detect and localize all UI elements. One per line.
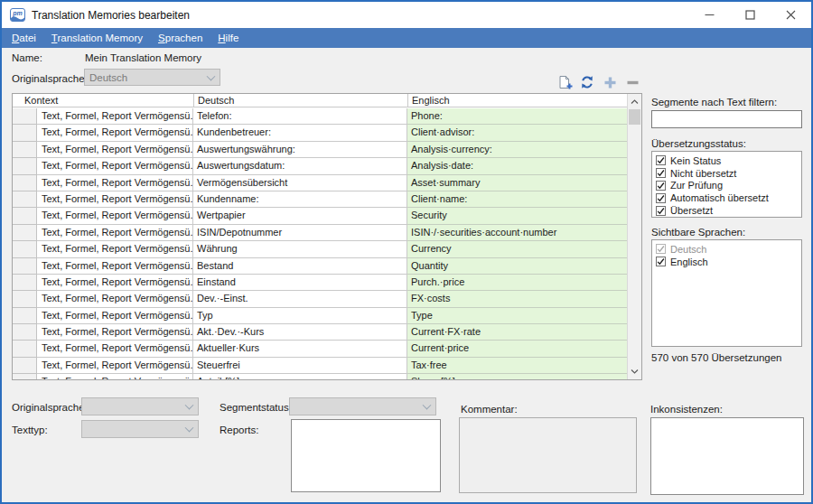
- row-selector[interactable]: [13, 308, 37, 324]
- context-cell[interactable]: Text, Formel, Report Vermögensü...: [37, 358, 193, 374]
- vertical-scrollbar[interactable]: [627, 94, 641, 379]
- table-row[interactable]: Text, Formel, Report Vermögensü... Dev.·…: [13, 291, 627, 307]
- context-cell[interactable]: Text, Formel, Report Vermögensü...: [37, 324, 193, 341]
- checkbox-icon[interactable]: [656, 155, 666, 165]
- menu-item[interactable]: Hilfe: [218, 28, 238, 48]
- target-cell[interactable]: Purch.·price: [407, 275, 627, 291]
- context-cell[interactable]: Text, Formel, Report Vermögensü...: [37, 108, 193, 125]
- source-language-dropdown[interactable]: Deutsch: [84, 69, 220, 86]
- row-selector[interactable]: [13, 258, 37, 275]
- target-cell[interactable]: Currency: [407, 241, 627, 257]
- source-cell[interactable]: Vermögensübersicht: [193, 175, 407, 191]
- comment-textarea[interactable]: [459, 417, 637, 493]
- source-cell[interactable]: Anteil·[%]: [193, 374, 407, 379]
- table-row[interactable]: Text, Formel, Report Vermögensü... Kunde…: [13, 125, 627, 141]
- table-row[interactable]: Text, Formel, Report Vermögensü... Auswe…: [13, 142, 627, 158]
- source-cell[interactable]: Dev.·-Einst.: [193, 291, 407, 307]
- table-row[interactable]: Text, Formel, Report Vermögensü... Aktue…: [13, 341, 627, 357]
- checkbox-icon[interactable]: [656, 168, 666, 178]
- source-cell[interactable]: Auswertungsdatum:: [193, 158, 407, 174]
- reports-textarea[interactable]: [291, 419, 441, 492]
- row-selector[interactable]: [13, 158, 37, 174]
- target-cell[interactable]: Type: [407, 308, 627, 324]
- target-cell[interactable]: Tax·free: [407, 358, 627, 374]
- row-selector[interactable]: [13, 275, 37, 291]
- target-cell[interactable]: Current·FX·rate: [407, 324, 627, 341]
- source-cell[interactable]: Akt.·Dev.·-Kurs: [193, 324, 407, 341]
- row-selector[interactable]: [13, 358, 37, 374]
- row-selector[interactable]: [13, 208, 37, 224]
- checkbox-icon[interactable]: [656, 181, 666, 191]
- target-cell[interactable]: Client·name:: [407, 191, 627, 208]
- table-row[interactable]: Text, Formel, Report Vermögensü... Telef…: [13, 108, 627, 125]
- table-row[interactable]: Text, Formel, Report Vermögensü... Auswe…: [13, 158, 627, 174]
- text-type-dropdown[interactable]: [81, 420, 199, 438]
- source-cell[interactable]: Kundenname:: [193, 191, 407, 208]
- context-cell[interactable]: Text, Formel, Report Vermögensü...: [37, 291, 193, 307]
- context-cell[interactable]: Text, Formel, Report Vermögensü...: [37, 125, 193, 141]
- target-cell[interactable]: Asset·summary: [407, 175, 627, 191]
- column-header-deutsch[interactable]: Deutsch: [193, 94, 407, 107]
- menu-item[interactable]: Sprachen: [158, 28, 202, 48]
- row-selector[interactable]: [13, 191, 37, 208]
- source-cell[interactable]: Aktueller·Kurs: [193, 341, 407, 357]
- add-document-icon[interactable]: [556, 74, 573, 90]
- close-button[interactable]: [771, 2, 811, 28]
- context-cell[interactable]: Text, Formel, Report Vermögensü...: [37, 142, 193, 158]
- target-cell[interactable]: ISIN·/·securities·account·number: [407, 225, 627, 241]
- context-cell[interactable]: Text, Formel, Report Vermögensü...: [37, 175, 193, 191]
- context-cell[interactable]: Text, Formel, Report Vermögensü...: [37, 191, 193, 208]
- source-cell[interactable]: Kundenbetreuer:: [193, 125, 407, 141]
- source-cell[interactable]: Steuerfrei: [193, 358, 407, 374]
- status-option[interactable]: Nicht übersetzt: [656, 167, 798, 180]
- context-cell[interactable]: Text, Formel, Report Vermögensü...: [37, 308, 193, 324]
- source-cell[interactable]: Bestand: [193, 258, 407, 275]
- filter-input[interactable]: [651, 110, 802, 128]
- target-cell[interactable]: Security: [407, 208, 627, 224]
- target-cell[interactable]: Analysis·currency:: [407, 142, 627, 158]
- row-selector[interactable]: [13, 291, 37, 307]
- context-cell[interactable]: Text, Formel, Report Vermögensü...: [37, 341, 193, 357]
- table-row[interactable]: Text, Formel, Report Vermögensü... Besta…: [13, 258, 627, 275]
- maximize-button[interactable]: [730, 2, 771, 28]
- source-cell[interactable]: ISIN/Depotnummer: [193, 225, 407, 241]
- table-row[interactable]: Text, Formel, Report Vermögensü... Vermö…: [13, 175, 627, 191]
- column-header-englisch[interactable]: Englisch: [407, 94, 627, 107]
- scrollbar-thumb[interactable]: [629, 109, 640, 125]
- status-option[interactable]: Übersetzt: [656, 204, 798, 217]
- target-cell[interactable]: Client·advisor:: [407, 125, 627, 141]
- detail-source-language-dropdown[interactable]: [81, 397, 199, 415]
- table-row[interactable]: Text, Formel, Report Vermögensü... Einst…: [13, 275, 627, 291]
- row-selector[interactable]: [13, 225, 37, 241]
- context-cell[interactable]: Text, Formel, Report Vermögensü...: [37, 208, 193, 224]
- row-selector[interactable]: [13, 125, 37, 141]
- context-cell[interactable]: Text, Formel, Report Vermögensü...: [37, 258, 193, 275]
- language-option[interactable]: Englisch: [656, 256, 798, 268]
- status-option[interactable]: Kein Status: [656, 154, 798, 167]
- context-cell[interactable]: Text, Formel, Report Vermögensü...: [37, 241, 193, 257]
- table-row[interactable]: Text, Formel, Report Vermögensü... Währu…: [13, 241, 627, 257]
- language-option[interactable]: Deutsch: [656, 243, 798, 256]
- source-cell[interactable]: Wertpapier: [193, 208, 407, 224]
- menu-item[interactable]: Datei: [12, 28, 36, 48]
- checkbox-icon[interactable]: [656, 206, 666, 216]
- target-cell[interactable]: Phone:: [407, 108, 627, 125]
- target-cell[interactable]: FX·costs: [407, 291, 627, 307]
- status-option[interactable]: Automatisch übersetzt: [656, 191, 798, 204]
- table-row[interactable]: Text, Formel, Report Vermögensü... Wertp…: [13, 208, 627, 224]
- table-row[interactable]: Text, Formel, Report Vermögensü... Akt.·…: [13, 324, 627, 341]
- checkbox-icon[interactable]: [656, 244, 666, 254]
- table-row[interactable]: Text, Formel, Report Vermögensü... Steue…: [13, 358, 627, 374]
- refresh-icon[interactable]: [579, 74, 595, 90]
- row-selector[interactable]: [13, 175, 37, 191]
- inconsistencies-textarea[interactable]: [650, 417, 804, 495]
- column-header-kontext[interactable]: Kontext: [13, 94, 193, 107]
- menu-item[interactable]: Translation Memory: [51, 28, 143, 48]
- target-cell[interactable]: Share·[%]: [407, 374, 627, 379]
- scroll-up-icon[interactable]: [628, 95, 641, 109]
- row-selector[interactable]: [13, 108, 37, 125]
- context-cell[interactable]: Text, Formel, Report Vermögensü...: [37, 374, 193, 379]
- target-cell[interactable]: Quantity: [407, 258, 627, 275]
- scroll-down-icon[interactable]: [628, 364, 641, 378]
- row-selector[interactable]: [13, 341, 37, 357]
